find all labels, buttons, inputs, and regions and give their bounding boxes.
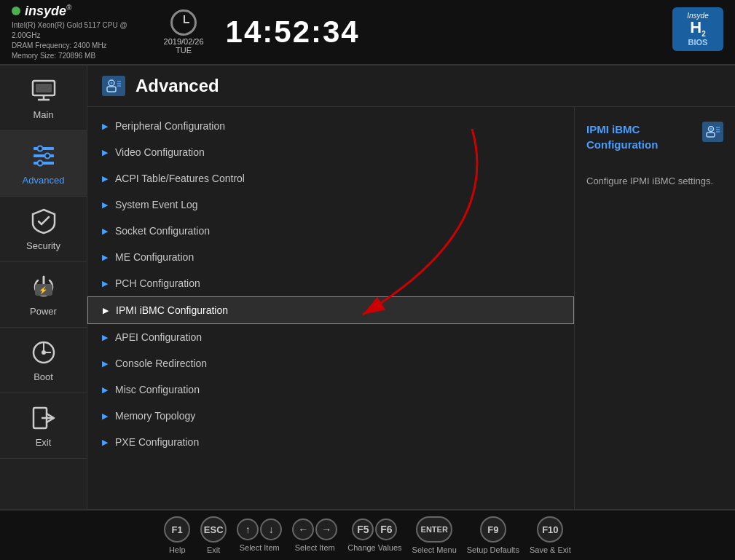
- main-layout: Main Advanced: [0, 66, 735, 509]
- svg-rect-5: [34, 154, 54, 157]
- menu-item-acpi[interactable]: ▶ACPI Table/Features Control: [87, 165, 574, 192]
- menu-arrow-video: ▶: [102, 148, 108, 157]
- f10-key[interactable]: F10: [537, 516, 563, 543]
- enter-key[interactable]: ENTER: [416, 516, 452, 543]
- menu-label-misc: Misc Configuration: [115, 384, 200, 395]
- svg-rect-24: [707, 133, 715, 137]
- boot-icon: [29, 338, 58, 367]
- svg-point-9: [37, 161, 42, 166]
- sidebar-label-security: Security: [26, 240, 60, 251]
- content-header-icon: [102, 76, 125, 96]
- menu-label-console: Console Redirection: [115, 358, 207, 369]
- svg-rect-6: [34, 162, 54, 165]
- sidebar-item-main[interactable]: Main: [0, 66, 87, 131]
- f10-label: Save & Exit: [530, 545, 571, 554]
- menu-item-event_log[interactable]: ▶System Event Log: [87, 192, 574, 218]
- esc-key[interactable]: ESC: [200, 516, 227, 543]
- hotkey-f10: F10 Save & Exit: [530, 516, 571, 554]
- right-key[interactable]: →: [315, 518, 337, 540]
- svg-point-13: [42, 350, 46, 355]
- svg-rect-18: [107, 87, 116, 92]
- content-body: ▶Peripheral Configuration▶Video Configur…: [87, 107, 735, 509]
- menu-item-apei[interactable]: ▶APEI Configuration: [87, 324, 574, 350]
- leftright-label: Select Item: [295, 543, 335, 552]
- menu-label-apei: APEI Configuration: [115, 331, 202, 343]
- f1-key[interactable]: F1: [164, 516, 190, 543]
- sidebar-label-boot: Boot: [34, 371, 53, 382]
- leftright-pair: ← →: [292, 518, 337, 540]
- f5f6-pair: F5 F6: [352, 518, 397, 540]
- sidebar-label-power: Power: [30, 306, 57, 317]
- sidebar-item-power[interactable]: ⚡ Power: [0, 262, 87, 328]
- menu-list: ▶Peripheral Configuration▶Video Configur…: [87, 107, 575, 509]
- content-header: Advanced: [87, 66, 735, 107]
- clock-icon: [170, 9, 197, 36]
- f9-key[interactable]: F9: [480, 516, 506, 543]
- shield-icon: [29, 207, 58, 236]
- bios-label: BIOS: [688, 38, 708, 47]
- menu-arrow-ipmi: ▶: [103, 306, 109, 315]
- hotkey-f1: F1 Help: [164, 516, 190, 554]
- menu-item-ipmi[interactable]: ▶IPMI iBMC Configuration: [87, 296, 574, 324]
- page-title: Advanced: [135, 76, 219, 96]
- clock-date: 2019/02/26 TUE: [164, 37, 204, 55]
- menu-item-console[interactable]: ▶Console Redirection: [87, 350, 574, 376]
- menu-arrow-peripheral: ▶: [102, 122, 108, 131]
- menu-arrow-pxe: ▶: [102, 438, 108, 447]
- menu-arrow-pch: ▶: [102, 279, 108, 288]
- menu-label-memory: Memory Topology: [115, 410, 195, 422]
- logo-dot: [12, 7, 20, 15]
- down-key[interactable]: ↓: [260, 518, 282, 540]
- menu-arrow-event_log: ▶: [102, 200, 108, 210]
- menu-item-socket[interactable]: ▶Socket Configuration: [87, 218, 574, 244]
- bottom-bar: F1 Help ESC Exit ↑ ↓ Select Item ← → Sel…: [0, 509, 735, 560]
- svg-point-23: [710, 128, 712, 130]
- clock-time: 14:52:34: [226, 15, 360, 50]
- menu-item-memory[interactable]: ▶Memory Topology: [87, 403, 574, 429]
- up-key[interactable]: ↑: [237, 518, 259, 540]
- menu-label-acpi: ACPI Table/Features Control: [115, 173, 245, 184]
- menu-label-event_log: System Event Log: [115, 199, 198, 210]
- power-icon: ⚡: [29, 272, 58, 301]
- f5-key[interactable]: F5: [352, 518, 374, 540]
- sidebar-label-advanced: Advanced: [23, 175, 65, 186]
- svg-text:⚡: ⚡: [39, 285, 48, 295]
- menu-label-pch: PCH Configuration: [115, 277, 200, 289]
- menu-label-socket: Socket Configuration: [115, 225, 210, 237]
- detail-title: IPMI iBMC Configuration: [586, 122, 702, 152]
- hotkey-updown: ↑ ↓ Select Item: [237, 518, 282, 552]
- f6-key[interactable]: F6: [375, 518, 397, 540]
- menu-item-misc[interactable]: ▶Misc Configuration: [87, 376, 574, 403]
- menu-arrow-me: ▶: [102, 253, 108, 262]
- sidebar-item-advanced[interactable]: Advanced: [0, 131, 87, 197]
- sidebar-item-exit[interactable]: Exit: [0, 393, 87, 459]
- logo-text: insyde®: [25, 4, 71, 19]
- monitor-icon: [29, 76, 58, 105]
- menu-item-pch[interactable]: ▶PCH Configuration: [87, 270, 574, 296]
- detail-description: Configure IPMI iBMC settings.: [586, 174, 723, 189]
- menu-item-video[interactable]: ▶Video Configuration: [87, 139, 574, 165]
- svg-point-7: [37, 146, 42, 151]
- menu-arrow-apei: ▶: [102, 333, 108, 342]
- menu-item-peripheral[interactable]: ▶Peripheral Configuration: [87, 113, 574, 139]
- detail-icon: [702, 122, 723, 142]
- menu-item-pxe[interactable]: ▶PXE Configuration: [87, 429, 574, 455]
- logo-area: insyde® Intel(R) Xeon(R) Gold 5117 CPU @…: [12, 4, 127, 61]
- menu-arrow-memory: ▶: [102, 411, 108, 421]
- hotkey-f5f6: F5 F6 Change Values: [347, 518, 401, 552]
- f1-label: Help: [169, 545, 186, 554]
- sidebar-label-main: Main: [33, 109, 53, 120]
- sidebar-label-exit: Exit: [36, 437, 52, 448]
- menu-item-me[interactable]: ▶ME Configuration: [87, 244, 574, 270]
- detail-panel: IPMI iBMC Configuration Configure IPMI i…: [575, 107, 735, 509]
- svg-rect-3: [36, 84, 52, 92]
- hotkey-leftright: ← → Select Item: [292, 518, 337, 552]
- menu-label-me: ME Configuration: [115, 251, 194, 263]
- sidebar-item-boot[interactable]: Boot: [0, 328, 87, 393]
- updown-pair: ↑ ↓: [237, 518, 282, 540]
- hotkey-enter: ENTER Select Menu: [412, 516, 457, 554]
- bios-version: H2: [690, 20, 705, 38]
- esc-label: Exit: [207, 545, 220, 554]
- left-key[interactable]: ←: [292, 518, 314, 540]
- sidebar-item-security[interactable]: Security: [0, 197, 87, 262]
